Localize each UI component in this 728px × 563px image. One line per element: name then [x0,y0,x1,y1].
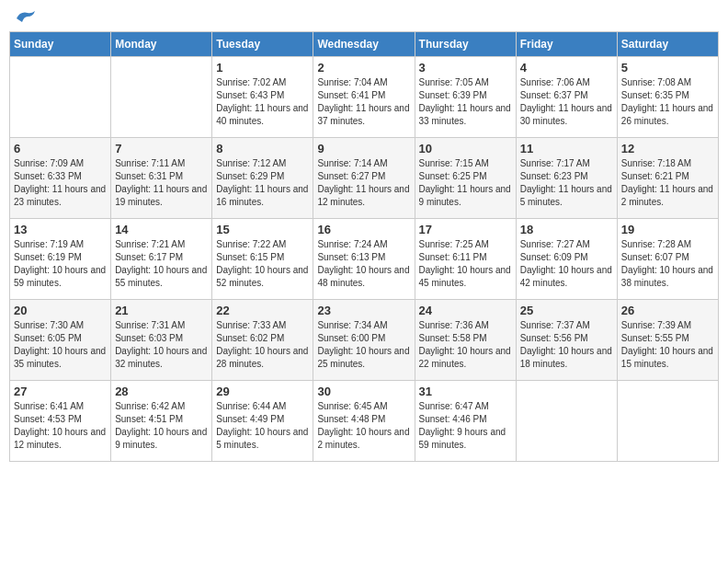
day-info: Sunrise: 7:34 AM Sunset: 6:00 PM Dayligh… [317,319,410,371]
day-info: Sunrise: 7:09 AM Sunset: 6:33 PM Dayligh… [14,157,107,209]
day-cell: 27Sunrise: 6:41 AM Sunset: 4:53 PM Dayli… [10,381,111,462]
logo [13,9,37,24]
day-number: 14 [115,223,208,236]
day-cell: 4Sunrise: 7:06 AM Sunset: 6:37 PM Daylig… [516,57,617,138]
calendar-header-row: SundayMondayTuesdayWednesdayThursdayFrid… [10,32,719,57]
day-number: 23 [317,304,410,317]
day-cell: 11Sunrise: 7:17 AM Sunset: 6:23 PM Dayli… [516,138,617,219]
day-info: Sunrise: 6:44 AM Sunset: 4:49 PM Dayligh… [216,400,309,452]
day-number: 31 [419,385,512,398]
day-cell [10,57,111,138]
col-header-sunday: Sunday [10,32,111,57]
day-cell: 31Sunrise: 6:47 AM Sunset: 4:46 PM Dayli… [415,381,516,462]
col-header-wednesday: Wednesday [313,32,415,57]
week-row-2: 13Sunrise: 7:19 AM Sunset: 6:19 PM Dayli… [10,219,719,300]
day-cell: 28Sunrise: 6:42 AM Sunset: 4:51 PM Dayli… [111,381,212,462]
day-info: Sunrise: 7:36 AM Sunset: 5:58 PM Dayligh… [419,319,512,371]
day-cell: 7Sunrise: 7:11 AM Sunset: 6:31 PM Daylig… [111,138,212,219]
day-cell: 2Sunrise: 7:04 AM Sunset: 6:41 PM Daylig… [313,57,415,138]
day-number: 15 [216,223,309,236]
day-cell [111,57,212,138]
day-number: 3 [419,61,512,75]
day-info: Sunrise: 7:04 AM Sunset: 6:41 PM Dayligh… [317,76,410,128]
day-cell: 17Sunrise: 7:25 AM Sunset: 6:11 PM Dayli… [415,219,516,300]
day-number: 20 [14,304,107,317]
day-cell: 19Sunrise: 7:28 AM Sunset: 6:07 PM Dayli… [617,219,718,300]
day-cell [617,381,718,462]
calendar-table: SundayMondayTuesdayWednesdayThursdayFrid… [9,31,719,462]
day-info: Sunrise: 7:24 AM Sunset: 6:13 PM Dayligh… [317,238,410,290]
day-number: 26 [621,304,714,317]
day-info: Sunrise: 7:27 AM Sunset: 6:09 PM Dayligh… [520,238,613,290]
day-number: 17 [419,223,512,236]
day-number: 19 [621,223,714,236]
day-info: Sunrise: 7:14 AM Sunset: 6:27 PM Dayligh… [317,157,410,209]
day-info: Sunrise: 7:17 AM Sunset: 6:23 PM Dayligh… [520,157,613,209]
day-number: 30 [317,385,410,398]
day-number: 22 [216,304,309,317]
day-cell: 15Sunrise: 7:22 AM Sunset: 6:15 PM Dayli… [212,219,313,300]
day-number: 2 [317,61,410,75]
day-info: Sunrise: 7:15 AM Sunset: 6:25 PM Dayligh… [419,157,512,209]
day-number: 28 [115,385,208,398]
day-info: Sunrise: 7:05 AM Sunset: 6:39 PM Dayligh… [419,76,512,128]
day-info: Sunrise: 7:33 AM Sunset: 6:02 PM Dayligh… [216,319,309,371]
day-cell: 10Sunrise: 7:15 AM Sunset: 6:25 PM Dayli… [415,138,516,219]
day-cell: 3Sunrise: 7:05 AM Sunset: 6:39 PM Daylig… [415,57,516,138]
day-number: 5 [621,61,714,75]
day-number: 27 [14,385,107,398]
day-cell: 24Sunrise: 7:36 AM Sunset: 5:58 PM Dayli… [415,300,516,381]
logo-bird-icon [15,9,37,28]
day-number: 24 [419,304,512,317]
day-info: Sunrise: 7:02 AM Sunset: 6:43 PM Dayligh… [216,76,309,128]
day-info: Sunrise: 7:22 AM Sunset: 6:15 PM Dayligh… [216,238,309,290]
day-cell: 12Sunrise: 7:18 AM Sunset: 6:21 PM Dayli… [617,138,718,219]
col-header-friday: Friday [516,32,617,57]
day-info: Sunrise: 7:19 AM Sunset: 6:19 PM Dayligh… [14,238,107,290]
day-number: 8 [216,142,309,155]
day-cell [516,381,617,462]
day-number: 1 [216,61,309,75]
day-cell: 18Sunrise: 7:27 AM Sunset: 6:09 PM Dayli… [516,219,617,300]
day-cell: 20Sunrise: 7:30 AM Sunset: 6:05 PM Dayli… [10,300,111,381]
week-row-3: 20Sunrise: 7:30 AM Sunset: 6:05 PM Dayli… [10,300,719,381]
col-header-thursday: Thursday [415,32,516,57]
day-info: Sunrise: 7:08 AM Sunset: 6:35 PM Dayligh… [621,76,714,128]
day-info: Sunrise: 7:30 AM Sunset: 6:05 PM Dayligh… [14,319,107,371]
col-header-monday: Monday [111,32,212,57]
week-row-1: 6Sunrise: 7:09 AM Sunset: 6:33 PM Daylig… [10,138,719,219]
day-cell: 30Sunrise: 6:45 AM Sunset: 4:48 PM Dayli… [313,381,415,462]
day-cell: 6Sunrise: 7:09 AM Sunset: 6:33 PM Daylig… [10,138,111,219]
day-cell: 5Sunrise: 7:08 AM Sunset: 6:35 PM Daylig… [617,57,718,138]
day-info: Sunrise: 7:06 AM Sunset: 6:37 PM Dayligh… [520,76,613,128]
day-info: Sunrise: 6:47 AM Sunset: 4:46 PM Dayligh… [419,400,512,452]
day-info: Sunrise: 7:18 AM Sunset: 6:21 PM Dayligh… [621,157,714,209]
day-number: 25 [520,304,613,317]
day-cell: 16Sunrise: 7:24 AM Sunset: 6:13 PM Dayli… [313,219,415,300]
day-number: 18 [520,223,613,236]
day-info: Sunrise: 7:37 AM Sunset: 5:56 PM Dayligh… [520,319,613,371]
day-info: Sunrise: 7:28 AM Sunset: 6:07 PM Dayligh… [621,238,714,290]
day-number: 21 [115,304,208,317]
day-info: Sunrise: 7:25 AM Sunset: 6:11 PM Dayligh… [419,238,512,290]
day-number: 7 [115,142,208,155]
day-cell: 22Sunrise: 7:33 AM Sunset: 6:02 PM Dayli… [212,300,313,381]
day-number: 11 [520,142,613,155]
day-info: Sunrise: 7:11 AM Sunset: 6:31 PM Dayligh… [115,157,208,209]
day-number: 10 [419,142,512,155]
day-info: Sunrise: 6:45 AM Sunset: 4:48 PM Dayligh… [317,400,410,452]
day-number: 4 [520,61,613,75]
day-info: Sunrise: 7:12 AM Sunset: 6:29 PM Dayligh… [216,157,309,209]
day-cell: 26Sunrise: 7:39 AM Sunset: 5:55 PM Dayli… [617,300,718,381]
day-info: Sunrise: 7:21 AM Sunset: 6:17 PM Dayligh… [115,238,208,290]
day-info: Sunrise: 7:31 AM Sunset: 6:03 PM Dayligh… [115,319,208,371]
day-number: 13 [14,223,107,236]
day-number: 9 [317,142,410,155]
day-number: 16 [317,223,410,236]
day-number: 6 [14,142,107,155]
day-cell: 8Sunrise: 7:12 AM Sunset: 6:29 PM Daylig… [212,138,313,219]
week-row-4: 27Sunrise: 6:41 AM Sunset: 4:53 PM Dayli… [10,381,719,462]
day-info: Sunrise: 6:41 AM Sunset: 4:53 PM Dayligh… [14,400,107,452]
day-cell: 25Sunrise: 7:37 AM Sunset: 5:56 PM Dayli… [516,300,617,381]
day-cell: 13Sunrise: 7:19 AM Sunset: 6:19 PM Dayli… [10,219,111,300]
